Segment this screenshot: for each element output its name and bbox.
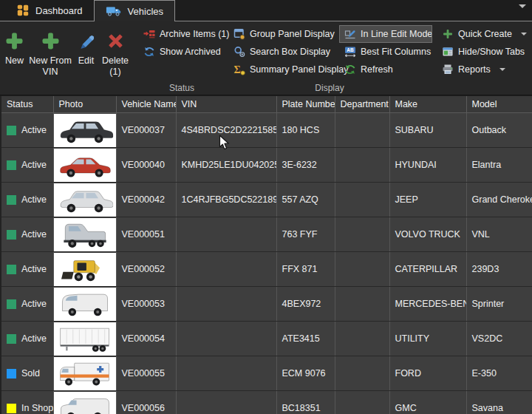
cell-department[interactable]	[335, 287, 389, 322]
table-row[interactable]: ActiveVE0000534BEX972MERCEDES-BENZSprint…	[1, 287, 532, 322]
cell-status[interactable]: Active	[1, 287, 53, 322]
cell-status[interactable]: In Shop	[1, 391, 53, 414]
cell-model[interactable]: Savana	[466, 391, 532, 414]
cell-vin[interactable]: 4S4BRDSC2D2221585	[176, 113, 276, 148]
cell-vehicle-name[interactable]: VE000056	[116, 391, 176, 414]
cell-plate-number[interactable]: 3E-6232	[276, 148, 335, 183]
cell-vehicle-name[interactable]: VE000042	[116, 183, 176, 217]
table-row[interactable]: ActiveVE0000421C4RJFBG5DC522189557 AZQJE…	[1, 183, 532, 217]
cell-plate-number[interactable]: FFX 871	[276, 252, 335, 287]
cell-vin[interactable]	[176, 252, 276, 287]
table-row[interactable]: ActiveVE000040KMHD25LE1DU0420253E-6232HY…	[1, 148, 532, 183]
cell-department[interactable]	[335, 356, 389, 391]
cell-model[interactable]: Grand Cherokee	[466, 183, 532, 217]
cell-department[interactable]	[335, 183, 389, 217]
cell-model[interactable]: Outback	[466, 113, 532, 148]
cell-make[interactable]: FORD	[389, 356, 466, 391]
column-header-make[interactable]: Make	[389, 96, 466, 113]
cell-model[interactable]: Sprinter	[466, 287, 532, 322]
cell-vin[interactable]: 1C4RJFBG5DC522189	[176, 183, 276, 217]
table-row[interactable]: SoldVE000055ECM 9076FORDE-350	[1, 356, 532, 391]
cell-model[interactable]: 239D3	[466, 252, 532, 287]
new-button[interactable]: New	[3, 26, 26, 83]
cell-plate-number[interactable]: ECM 9076	[276, 356, 335, 391]
cell-vin[interactable]: KMHD25LE1DU042025	[176, 148, 276, 183]
tab-dashboard[interactable]: Dashboard	[5, 0, 94, 21]
cell-vehicle-name[interactable]: VE000051	[116, 217, 176, 252]
cell-model[interactable]: E-350	[466, 356, 532, 391]
new-from-vin-button[interactable]: New From VIN	[26, 26, 75, 83]
table-row[interactable]: In ShopVE000056BC18351GMCSavana	[1, 391, 532, 414]
cell-department[interactable]	[335, 113, 389, 148]
cell-status[interactable]: Active	[1, 322, 53, 356]
cell-photo[interactable]	[53, 113, 116, 148]
cell-make[interactable]: VOLVO TRUCK	[389, 217, 466, 252]
cell-photo[interactable]	[53, 217, 116, 252]
cell-status[interactable]: Active	[1, 217, 53, 252]
cell-department[interactable]	[335, 217, 389, 252]
cell-photo[interactable]	[53, 252, 116, 287]
cell-model[interactable]: VS2DC	[466, 322, 532, 356]
cell-make[interactable]: UTILITY	[389, 322, 466, 356]
cell-department[interactable]	[335, 148, 389, 183]
cell-make[interactable]: CATERPILLAR	[389, 252, 466, 287]
reports-button[interactable]: Reports	[437, 61, 532, 78]
cell-vehicle-name[interactable]: VE000055	[116, 356, 176, 391]
table-row[interactable]: ActiveVE000052FFX 871CATERPILLAR239D3	[1, 252, 532, 287]
cell-make[interactable]: HYUNDAI	[389, 148, 466, 183]
cell-department[interactable]	[335, 322, 389, 356]
tab-overflow-button[interactable]	[514, 8, 526, 18]
cell-vehicle-name[interactable]: VE000053	[116, 287, 176, 322]
cell-plate-number[interactable]: 4BEX972	[276, 287, 335, 322]
cell-plate-number[interactable]: ATE3415	[276, 322, 335, 356]
cell-plate-number[interactable]: 763 FYF	[276, 217, 335, 252]
cell-model[interactable]: Elantra	[466, 148, 532, 183]
cell-plate-number[interactable]: BC18351	[276, 391, 335, 414]
edit-button[interactable]: Edit	[75, 26, 98, 83]
cell-vehicle-name[interactable]: VE000040	[116, 148, 176, 183]
column-header-photo[interactable]: Photo	[53, 96, 116, 113]
show-archived-button[interactable]: Show Archived	[139, 44, 225, 60]
cell-department[interactable]	[335, 391, 389, 414]
cell-vin[interactable]	[176, 287, 276, 322]
cell-make[interactable]: MERCEDES-BENZ	[389, 287, 466, 322]
cell-status[interactable]: Sold	[1, 356, 53, 391]
hide-show-tabs-button[interactable]: Hide/Show Tabs	[437, 44, 532, 60]
cell-vin[interactable]	[176, 356, 276, 391]
cell-status[interactable]: Active	[1, 252, 53, 287]
column-header-model[interactable]: Model	[466, 96, 532, 113]
cell-photo[interactable]	[53, 148, 116, 183]
column-header-department[interactable]: Department	[335, 96, 389, 113]
inline-edit-mode-button[interactable]: In Line Edit Mode	[340, 26, 432, 42]
column-header-status[interactable]: Status	[1, 96, 53, 113]
column-header-plate-number[interactable]: Plate Number	[276, 96, 335, 113]
table-row[interactable]: ActiveVE000051763 FYFVOLVO TRUCKVNL	[1, 217, 532, 252]
cell-make[interactable]: GMC	[389, 391, 466, 414]
cell-vehicle-name[interactable]: VE000052	[116, 252, 176, 287]
cell-status[interactable]: Active	[1, 113, 53, 148]
cell-make[interactable]: SUBARU	[389, 113, 466, 148]
cell-vehicle-name[interactable]: VE000054	[116, 322, 176, 356]
quick-create-button[interactable]: Quick Create	[437, 26, 532, 42]
cell-model[interactable]: VNL	[466, 217, 532, 252]
best-fit-columns-button[interactable]: AB Best Fit Columns	[340, 44, 432, 60]
tab-vehicles[interactable]: Vehicles	[94, 0, 175, 21]
summary-panel-display-button[interactable]: Σ Summary Panel Display	[229, 61, 338, 78]
cell-vehicle-name[interactable]: VE000037	[116, 113, 176, 148]
cell-status[interactable]: Active	[1, 183, 53, 217]
delete-button[interactable]: Delete (1)	[98, 26, 133, 83]
table-row[interactable]: ActiveVE0000374S4BRDSC2D2221585180 HCSSU…	[1, 113, 532, 148]
archive-items-button[interactable]: Archive Items (1)	[139, 26, 225, 42]
cell-plate-number[interactable]: 180 HCS	[276, 113, 335, 148]
cell-photo[interactable]	[53, 183, 116, 217]
cell-photo[interactable]	[53, 287, 116, 322]
cell-plate-number[interactable]: 557 AZQ	[276, 183, 335, 217]
cell-vin[interactable]	[176, 391, 276, 414]
column-header-vehicle-name[interactable]: Vehicle Name	[116, 96, 176, 113]
cell-photo[interactable]	[53, 391, 116, 414]
cell-status[interactable]: Active	[1, 148, 53, 183]
cell-photo[interactable]	[53, 322, 116, 356]
group-panel-display-button[interactable]: Group Panel Display	[229, 26, 338, 42]
table-row[interactable]: ActiveVE000054ATE3415UTILITYVS2DC	[1, 322, 532, 356]
cell-photo[interactable]	[53, 356, 116, 391]
